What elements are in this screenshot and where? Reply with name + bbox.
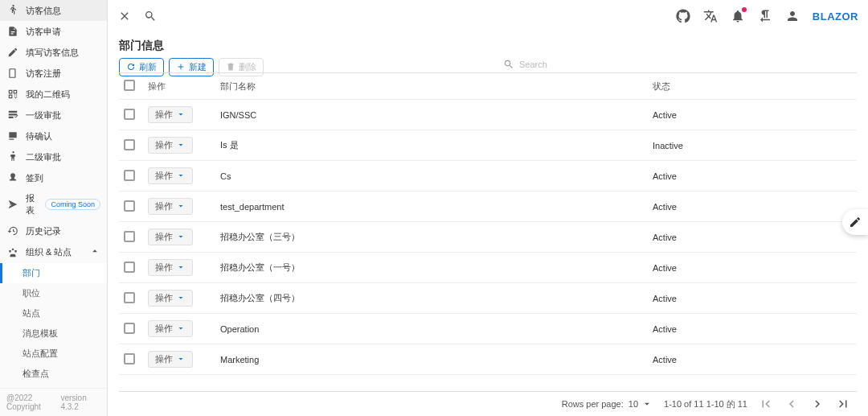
table-search[interactable] [503,59,857,71]
next-page-icon[interactable] [810,397,825,411]
sidebar: 访客信息访客申请填写访客信息访客注册我的二维码一级审批待确认二级审批签到报表Co… [0,0,108,416]
edit-fab[interactable] [842,209,868,235]
pager: Rows per page: 10 1-10 of 11 1-10 的 11 [119,391,857,416]
sidebar-item-7[interactable]: 二级审批 [0,146,107,167]
row-name: Marketing [215,344,648,375]
table-row: 操作 Is 是Inactive [119,130,857,161]
row-status: Active [648,161,857,192]
sidebar-subitem-1[interactable]: 职位 [0,283,107,303]
table-row: 操作 招稳办公室（四号）Active [119,283,857,314]
search-icon-small [503,59,514,70]
account-icon[interactable] [785,9,800,23]
row-status: Active [648,283,857,314]
row-action-button[interactable]: 操作 [148,290,193,307]
approve2-icon [6,150,19,163]
brand[interactable]: BLAZOR [813,10,858,23]
rtl-icon[interactable] [758,9,772,23]
table-row: 操作 CsActive [119,161,857,192]
sidebar-item-8[interactable]: 签到 [0,167,107,188]
close-icon[interactable] [117,9,132,23]
row-checkbox[interactable] [124,353,135,365]
row-name: 招稳办公室（四号） [215,283,648,314]
form-icon [6,46,19,59]
row-action-button[interactable]: 操作 [148,198,193,215]
sidebar-item-10[interactable]: 历史记录 [0,220,107,241]
topbar: BLAZOR [108,0,868,32]
row-checkbox[interactable] [124,231,135,242]
qr-icon [6,88,19,101]
sidebar-item-label: 访客注册 [26,68,100,80]
sidebar-item-label: 我的二维码 [26,89,100,101]
chevron-down-icon [176,354,186,365]
sidebar-subitem-4[interactable]: 站点配置 [0,344,107,364]
col-name: 部门名称 [215,73,648,100]
sidebar-subitem-2[interactable]: 站点 [0,303,107,323]
rpp-label: Rows per page: [562,399,624,409]
first-page-icon[interactable] [759,397,773,411]
page-title: 部门信息 [119,32,857,58]
row-action-button[interactable]: 操作 [148,320,193,337]
sidebar-item-label: 访客信息 [26,5,100,17]
search-icon[interactable] [143,9,158,23]
chevron-down-icon [176,232,186,243]
copyright: @2022 Copyright [6,393,60,411]
chevron-down-icon [176,109,186,121]
sidebar-item-label: 组织 & 站点 [26,246,83,258]
sidebar-item-4[interactable]: 我的二维码 [0,84,107,105]
prev-page-icon[interactable] [784,397,799,411]
sidebar-subitem-3[interactable]: 消息模板 [0,323,107,344]
row-action-button[interactable]: 操作 [148,229,193,245]
row-status: Active [648,222,857,253]
pencil-icon [849,216,862,229]
book-icon [6,67,19,80]
select-all-checkbox[interactable] [124,80,135,91]
sidebar-item-2[interactable]: 填写访客信息 [0,42,107,63]
chevron-down-icon [176,201,186,212]
report-icon [6,198,19,211]
table-row: 操作 招稳办公室（三号）Active [119,222,857,253]
department-table: 操作 部门名称 状态 操作 IGN/SSCActive操作 Is 是Inacti… [119,73,857,375]
row-action-button[interactable]: 操作 [148,351,193,368]
chevron-down-icon [176,323,186,335]
pager-info: 1-10 of 11 1-10 的 11 [664,398,747,410]
search-input[interactable] [519,60,857,69]
notifications-icon[interactable] [731,9,745,23]
chevron-down-icon [176,140,186,151]
sidebar-item-9[interactable]: 报表Coming Soon [0,188,107,220]
chevron-down-icon [176,293,186,304]
github-icon[interactable] [676,9,690,23]
row-checkbox[interactable] [124,262,135,273]
row-checkbox[interactable] [124,323,135,334]
sidebar-subitem-5[interactable]: 检查点 [0,364,107,384]
row-status: Active [648,192,857,222]
row-status: Active [648,100,857,130]
sidebar-item-11[interactable]: 组织 & 站点 [0,241,107,263]
row-checkbox[interactable] [124,200,135,212]
sidebar-item-label: 一级审批 [26,109,100,122]
table-row: 操作 test_departmentActive [119,192,857,222]
chevron-up-icon [89,245,100,259]
row-action-button[interactable]: 操作 [148,137,193,154]
sign-icon [6,171,19,184]
row-checkbox[interactable] [124,170,135,181]
row-checkbox[interactable] [124,292,135,303]
row-action-button[interactable]: 操作 [148,106,193,123]
translate-icon[interactable] [703,9,718,23]
row-name: Is 是 [215,130,648,161]
row-status: Active [648,253,857,283]
row-action-button[interactable]: 操作 [148,167,193,184]
sidebar-item-0[interactable]: 访客信息 [0,0,107,21]
sidebar-item-6[interactable]: 待确认 [0,126,107,146]
row-action-button[interactable]: 操作 [148,259,193,276]
coming-soon-badge: Coming Soon [45,199,100,210]
sidebar-item-1[interactable]: 访客申请 [0,21,107,42]
last-page-icon[interactable] [836,397,850,411]
col-status: 状态 [648,73,857,100]
sidebar-subitem-0[interactable]: 部门 [0,263,107,283]
row-checkbox[interactable] [124,139,135,150]
sidebar-item-3[interactable]: 访客注册 [0,63,107,84]
rpp-select[interactable]: 10 [628,398,653,410]
row-name: IGN/SSC [215,100,648,130]
sidebar-item-5[interactable]: 一级审批 [0,105,107,126]
row-checkbox[interactable] [124,109,135,120]
